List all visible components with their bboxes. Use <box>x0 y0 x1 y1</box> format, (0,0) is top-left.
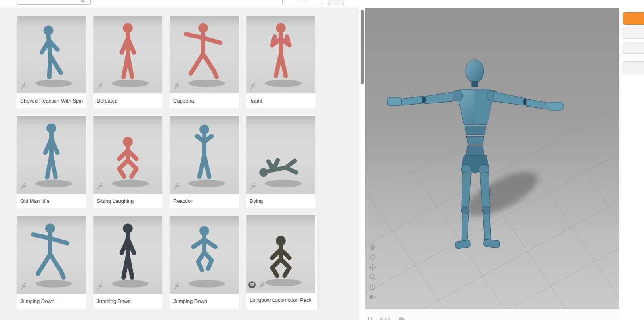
zoom-icon[interactable] <box>369 274 376 281</box>
character-preview <box>170 18 239 92</box>
grid-scrollbar-track[interactable] <box>359 0 365 320</box>
primary-action-button[interactable] <box>623 12 644 25</box>
character-preview <box>93 18 162 92</box>
secondary-action-button-3[interactable] <box>623 61 644 74</box>
character-preview <box>17 118 86 192</box>
animation-title: Defeated <box>93 93 162 108</box>
animation-card[interactable]: Jumping Down <box>93 216 162 309</box>
character-preview <box>17 18 86 92</box>
secondary-action-button-1[interactable] <box>623 27 644 39</box>
animation-title: Old Man Idle <box>17 194 86 208</box>
character-preview <box>246 18 315 92</box>
character-preview <box>246 217 315 291</box>
animation-card[interactable]: Shoved Reaction With Spin <box>17 16 86 108</box>
grid-scrollbar-thumb[interactable] <box>361 10 364 84</box>
animation-thumbnail[interactable] <box>17 116 86 194</box>
animation-title: Capoeira <box>170 93 239 108</box>
animation-card[interactable]: Jumping Down <box>170 216 239 309</box>
search-icon[interactable] <box>80 0 86 3</box>
page-indicator[interactable]: 1 / 9 <box>282 0 323 5</box>
next-page-button[interactable]: › <box>328 0 344 5</box>
animation-title: Shoved Reaction With Spin <box>17 93 86 108</box>
runner-icon <box>249 82 257 90</box>
timeline-handle[interactable] <box>398 317 405 320</box>
runner-icon <box>20 282 27 290</box>
animation-card[interactable]: Capoeira <box>170 16 239 108</box>
animation-thumbnail[interactable] <box>246 16 315 93</box>
animation-thumbnail[interactable] <box>93 16 162 93</box>
camera-icon[interactable] <box>369 293 376 301</box>
runner-icon <box>96 182 104 190</box>
power-icon[interactable] <box>369 284 376 291</box>
runner-icon <box>258 281 266 289</box>
animation-thumbnail[interactable] <box>93 216 162 294</box>
animation-card[interactable]: 12 Longbow Locomotion Pack <box>246 215 315 309</box>
viewport-toolbar <box>369 244 376 301</box>
animation-card[interactable]: Reaction <box>170 116 239 208</box>
animation-title: Jumping Down <box>93 294 162 309</box>
animation-title: Taunt <box>246 93 315 108</box>
animation-grid: Shoved Reaction With Spin Defeated <box>0 8 359 320</box>
library-header: 1 / 9 › <box>0 0 359 8</box>
animation-card[interactable]: Taunt <box>246 16 315 108</box>
runner-icon <box>173 182 180 190</box>
animation-title: Dying <box>246 194 315 208</box>
rotate-icon[interactable] <box>369 254 376 261</box>
pause-button[interactable] <box>368 317 374 320</box>
animation-thumbnail[interactable] <box>17 216 86 294</box>
runner-icon <box>96 82 104 90</box>
runner-icon <box>20 82 27 90</box>
playback-bar: 0 / 0 <box>365 309 619 320</box>
sidebar-divider <box>619 57 644 57</box>
character-preview <box>17 219 86 292</box>
animation-title: Jumping Down <box>17 294 86 309</box>
runner-icon <box>173 282 180 290</box>
character-model <box>365 8 619 309</box>
animation-thumbnail[interactable]: 12 <box>246 215 315 293</box>
search-input[interactable] <box>17 0 91 5</box>
animation-title: Reaction <box>170 194 239 208</box>
animation-title: Longbow Locomotion Pack <box>246 293 315 307</box>
runner-icon <box>249 182 257 190</box>
character-preview <box>246 118 315 192</box>
mixamo-app: 1 / 9 › Shoved Reaction With Spin <box>0 0 644 320</box>
viewport-3d-canvas[interactable] <box>365 8 619 309</box>
animation-thumbnail[interactable] <box>93 116 162 194</box>
animation-thumbnail[interactable] <box>170 116 239 194</box>
skull-icon[interactable] <box>369 244 376 251</box>
character-preview <box>93 219 162 292</box>
animation-thumbnail[interactable] <box>17 16 86 93</box>
frame-counter: 0 / 0 <box>380 317 390 320</box>
playback-divider <box>376 311 376 320</box>
action-sidebar <box>619 0 644 320</box>
animation-title: Jumping Down <box>170 294 239 309</box>
runner-icon <box>96 282 104 290</box>
animation-card[interactable]: Defeated <box>93 16 162 108</box>
pack-count-badge: 12 <box>248 281 256 288</box>
animation-thumbnail[interactable] <box>170 216 239 294</box>
character-preview <box>170 219 239 292</box>
animation-thumbnail[interactable] <box>170 16 239 93</box>
character-preview <box>93 118 162 192</box>
animation-card[interactable]: Jumping Down <box>17 216 86 309</box>
character-preview <box>170 118 239 192</box>
runner-icon <box>173 82 180 90</box>
animation-card[interactable]: Sitting Laughing <box>93 116 162 208</box>
runner-icon <box>20 182 27 190</box>
animation-card[interactable]: Old Man Idle <box>17 116 86 208</box>
animation-title: Sitting Laughing <box>93 194 162 208</box>
animation-card[interactable]: Dying <box>246 116 315 208</box>
animation-thumbnail[interactable] <box>246 116 315 194</box>
pan-icon[interactable] <box>369 264 376 271</box>
secondary-action-button-2[interactable] <box>623 42 644 54</box>
